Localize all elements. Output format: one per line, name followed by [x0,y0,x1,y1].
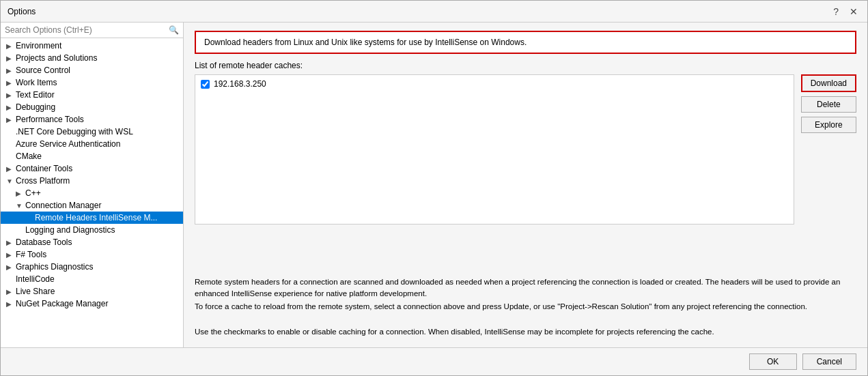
tree-item-logging-diagnostics[interactable]: Logging and Diagnostics [1,224,183,236]
bottom-bar: OK Cancel [1,347,867,375]
tree: ▶Environment▶Projects and Solutions▶Sour… [1,38,183,347]
arrow-icon-container-tools: ▶ [6,165,13,173]
list-label: List of remote header caches: [195,61,856,70]
tree-item-database-tools[interactable]: ▶Database Tools [1,236,183,248]
arrow-icon-connection-manager: ▼ [16,202,23,209]
tree-item-intellicode[interactable]: IntelliCode [1,273,183,285]
tree-label-nuget-package-manager: NuGet Package Manager [16,299,108,308]
tree-item-fsharp-tools[interactable]: ▶F# Tools [1,248,183,261]
tree-label-intellicode: IntelliCode [16,274,55,284]
arrow-icon-cpp: ▶ [16,190,23,197]
arrow-icon-environment: ▶ [6,42,13,50]
tree-label-source-control: Source Control [16,66,70,75]
tree-label-live-share: Live Share [16,287,55,296]
tree-label-fsharp-tools: F# Tools [16,250,46,259]
tree-item-source-control[interactable]: ▶Source Control [1,64,183,76]
tree-label-database-tools: Database Tools [16,237,72,247]
arrow-icon-work-items: ▶ [6,79,13,87]
arrow-icon-text-editor: ▶ [6,91,13,99]
tree-label-container-tools: Container Tools [16,164,72,173]
cache-item-label: 192.168.3.250 [214,79,266,89]
arrow-icon-graphics-diagnostics: ▶ [6,263,13,271]
tree-label-projects-solutions: Projects and Solutions [16,53,97,63]
dialog-title: Options [8,7,36,16]
tree-label-cross-platform: Cross Platform [16,176,70,186]
info-box: Download headers from Linux and Unix lik… [195,31,856,54]
tree-label-environment: Environment [16,41,61,50]
left-panel: 🔍 ▶Environment▶Projects and Solutions▶So… [1,23,184,347]
arrow-icon-fsharp-tools: ▶ [6,251,13,259]
tree-item-remote-headers[interactable]: Remote Headers IntelliSense M... [1,212,183,224]
tree-item-cpp[interactable]: ▶C++ [1,187,183,199]
tree-label-text-editor: Text Editor [16,90,55,100]
arrow-icon-source-control: ▶ [6,67,13,74]
title-bar: Options ? ✕ [1,1,867,23]
cache-item-checkbox[interactable] [201,80,210,89]
tree-item-environment[interactable]: ▶Environment [1,40,183,52]
cache-list: 192.168.3.250 [195,74,794,225]
arrow-icon-live-share: ▶ [6,288,13,295]
tree-item-debugging[interactable]: ▶Debugging [1,101,183,113]
description-line-0: Remote system headers for a connection a… [195,276,856,300]
search-input[interactable] [5,25,166,35]
tree-item-net-core-debugging[interactable]: .NET Core Debugging with WSL [1,126,183,138]
tree-label-net-core-debugging: .NET Core Debugging with WSL [16,127,133,136]
tree-item-projects-solutions[interactable]: ▶Projects and Solutions [1,52,183,64]
arrow-icon-performance-tools: ▶ [6,116,13,124]
search-icon: 🔍 [169,25,179,35]
tree-item-nuget-package-manager[interactable]: ▶NuGet Package Manager [1,298,183,310]
tree-item-connection-manager[interactable]: ▼Connection Manager [1,199,183,212]
arrow-icon-database-tools: ▶ [6,239,13,246]
arrow-icon-nuget-package-manager: ▶ [6,300,13,308]
content-area: 192.168.3.250 Download Delete Explore [195,74,856,270]
tree-item-text-editor[interactable]: ▶Text Editor [1,89,183,101]
right-panel: Download headers from Linux and Unix lik… [184,23,867,347]
close-button[interactable]: ✕ [847,7,860,16]
tree-item-live-share[interactable]: ▶Live Share [1,285,183,298]
arrow-icon-debugging: ▶ [6,104,13,111]
tree-label-logging-diagnostics: Logging and Diagnostics [25,225,115,235]
tree-item-container-tools[interactable]: ▶Container Tools [1,162,183,175]
tree-item-performance-tools[interactable]: ▶Performance Tools [1,113,183,126]
ok-button[interactable]: OK [749,353,797,370]
tree-label-debugging: Debugging [16,102,55,112]
info-text: Download headers from Linux and Unix lik… [204,38,527,47]
delete-button[interactable]: Delete [801,96,856,113]
tree-item-graphics-diagnostics[interactable]: ▶Graphics Diagnostics [1,261,183,273]
title-bar-controls: ? ✕ [830,7,860,16]
tree-item-azure-service-auth[interactable]: Azure Service Authentication [1,138,183,150]
tree-label-work-items: Work Items [16,78,57,87]
cancel-button[interactable]: Cancel [802,353,856,370]
cache-item: 192.168.3.250 [198,78,791,90]
tree-item-cross-platform[interactable]: ▼Cross Platform [1,175,183,187]
download-button[interactable]: Download [801,74,856,92]
description-line-1: To force a cache to reload from the remo… [195,301,856,313]
tree-label-performance-tools: Performance Tools [16,115,84,124]
arrow-icon-projects-solutions: ▶ [6,55,13,62]
tree-item-work-items[interactable]: ▶Work Items [1,76,183,89]
help-button[interactable]: ? [830,7,841,16]
tree-label-connection-manager: Connection Manager [25,201,101,210]
tree-label-cmake: CMake [16,151,42,161]
tree-label-remote-headers: Remote Headers IntelliSense M... [35,213,157,222]
tree-item-cmake[interactable]: CMake [1,150,183,162]
description-text: Remote system headers for a connection a… [195,276,856,339]
arrow-icon-cross-platform: ▼ [6,177,13,185]
side-buttons: Download Delete Explore [801,74,856,270]
tree-label-graphics-diagnostics: Graphics Diagnostics [16,262,93,272]
explore-button[interactable]: Explore [801,117,856,133]
options-dialog: Options ? ✕ 🔍 ▶Environment▶Projects and … [0,0,868,376]
tree-label-cpp: C++ [25,188,41,198]
tree-label-azure-service-auth: Azure Service Authentication [16,139,120,149]
dialog-body: 🔍 ▶Environment▶Projects and Solutions▶So… [1,23,867,347]
search-box: 🔍 [1,23,183,38]
description-line-3: Use the checkmarks to enable or disable … [195,326,856,338]
